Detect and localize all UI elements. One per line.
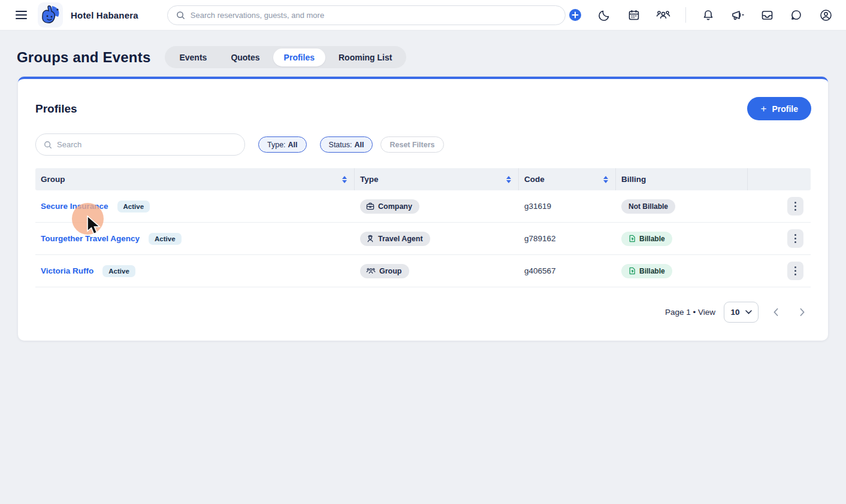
- page-size-value: 10: [730, 308, 739, 317]
- row-actions-kebab-icon[interactable]: [787, 229, 803, 248]
- table-header: Group Type Code Billing: [35, 168, 811, 190]
- filter-status[interactable]: Status: All: [320, 136, 373, 153]
- column-label: Billing: [621, 175, 646, 184]
- type-label: Group: [379, 267, 402, 275]
- group-link[interactable]: Tourgether Travel Agency: [41, 234, 140, 243]
- add-profile-label: Profile: [772, 104, 798, 114]
- previous-page-button[interactable]: [767, 303, 785, 321]
- announcements-megaphone-icon[interactable]: [730, 8, 745, 22]
- notifications-bell-icon[interactable]: [701, 8, 715, 22]
- hamburger-menu-icon[interactable]: [16, 11, 27, 19]
- column-label: Group: [41, 175, 65, 184]
- code-value: g406567: [524, 266, 556, 275]
- table-row: Secure Insurance Active Company g31619 N…: [35, 190, 811, 223]
- column-header-type[interactable]: Type: [355, 168, 519, 190]
- billing-badge: Billable: [621, 264, 672, 278]
- billable-doc-icon: [629, 267, 636, 275]
- calendar-icon[interactable]: [627, 8, 641, 22]
- search-icon: [176, 11, 185, 20]
- code-value: g31619: [524, 202, 551, 211]
- plus-icon: +: [760, 104, 766, 114]
- filter-status-label: Status:: [329, 141, 352, 149]
- account-icon[interactable]: [818, 8, 833, 22]
- status-badge: Active: [102, 265, 135, 277]
- tab-bar: Events Quotes Profiles Rooming List: [165, 46, 406, 68]
- filter-type[interactable]: Type: All: [258, 136, 307, 153]
- table-row: Victoria Ruffo Active Group g406567 Bill…: [35, 255, 811, 287]
- briefcase-icon: [366, 202, 374, 210]
- profiles-card: Profiles + Profile Type: All Status: All…: [18, 77, 828, 341]
- column-header-actions: [748, 168, 811, 190]
- profiles-search[interactable]: [35, 133, 245, 156]
- pagination: Page 1 • View 10: [665, 302, 811, 323]
- status-badge: Active: [117, 201, 150, 212]
- group-link[interactable]: Secure Insurance: [41, 202, 108, 211]
- inbox-tray-icon[interactable]: [760, 8, 774, 22]
- chat-bubble-icon[interactable]: [789, 8, 803, 22]
- sort-icon[interactable]: [603, 176, 608, 183]
- column-header-billing: Billing: [616, 168, 748, 190]
- billable-doc-icon: [629, 235, 636, 242]
- dark-mode-moon-icon[interactable]: [597, 8, 612, 22]
- tab-profiles[interactable]: Profiles: [273, 48, 325, 66]
- column-label: Code: [524, 175, 545, 184]
- add-profile-button[interactable]: + Profile: [747, 97, 811, 120]
- tab-quotes[interactable]: Quotes: [220, 48, 270, 66]
- type-chip: Company: [360, 199, 419, 214]
- search-icon: [44, 141, 52, 149]
- profiles-table: Group Type Code Billing Secure Insurance…: [35, 168, 811, 287]
- status-badge: Active: [149, 233, 182, 245]
- topbar-divider: [685, 7, 686, 23]
- filter-status-value: All: [354, 141, 364, 149]
- card-title: Profiles: [35, 102, 77, 116]
- tab-events[interactable]: Events: [168, 48, 217, 66]
- billing-label: Billable: [639, 267, 665, 275]
- sort-icon[interactable]: [506, 176, 511, 183]
- next-page-button[interactable]: [793, 303, 811, 321]
- brand-name: Hotel Habanera: [71, 10, 138, 20]
- filter-type-label: Type:: [267, 141, 286, 149]
- page-size-select[interactable]: 10: [724, 302, 759, 323]
- column-header-code[interactable]: Code: [519, 168, 616, 190]
- billing-badge: Billable: [621, 232, 672, 246]
- row-actions-kebab-icon[interactable]: [787, 262, 803, 280]
- hotel-logo: [38, 2, 63, 28]
- profiles-search-input[interactable]: [57, 140, 237, 149]
- table-row: Tourgether Travel Agency Active Travel A…: [35, 223, 811, 255]
- filter-type-value: All: [288, 141, 298, 149]
- chevron-right-icon: [800, 308, 805, 316]
- groups-icon[interactable]: [656, 8, 670, 22]
- reset-filters-button[interactable]: Reset Filters: [380, 136, 443, 153]
- travel-agent-icon: [366, 235, 374, 243]
- sort-icon[interactable]: [342, 176, 347, 183]
- top-bar: Hotel Habanera: [0, 0, 846, 31]
- chevron-left-icon: [774, 308, 778, 316]
- billing-label: Billable: [639, 235, 665, 243]
- pagination-label: Page 1 • View: [665, 308, 715, 317]
- tab-rooming-list[interactable]: Rooming List: [328, 48, 403, 66]
- column-label: Type: [360, 175, 379, 184]
- page-title: Groups and Events: [17, 49, 150, 66]
- global-search[interactable]: [167, 5, 566, 25]
- chevron-down-icon: [745, 310, 752, 314]
- group-link[interactable]: Victoria Ruffo: [41, 266, 93, 275]
- type-label: Company: [378, 202, 412, 211]
- global-search-input[interactable]: [191, 11, 557, 20]
- type-chip: Group: [360, 264, 409, 278]
- quick-add-icon[interactable]: [568, 8, 582, 22]
- row-actions-kebab-icon[interactable]: [787, 197, 803, 215]
- people-group-icon: [366, 267, 376, 275]
- type-label: Travel Agent: [378, 235, 423, 243]
- billing-badge: Not Billable: [621, 199, 675, 214]
- code-value: g789162: [524, 234, 556, 243]
- type-chip: Travel Agent: [360, 232, 430, 246]
- column-header-group[interactable]: Group: [35, 168, 355, 190]
